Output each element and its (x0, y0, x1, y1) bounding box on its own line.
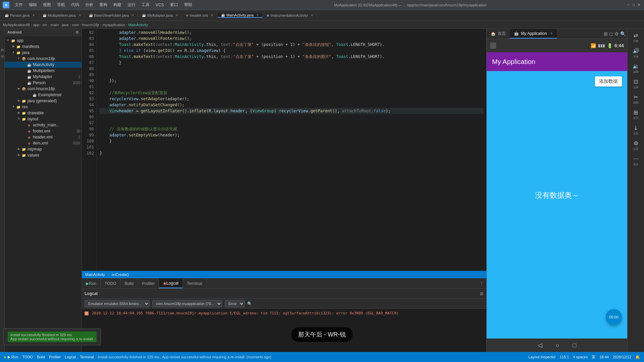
tab-todo[interactable]: TODO (101, 279, 120, 288)
device-selector[interactable]: Emulator emulator-5554 Andro... (85, 300, 150, 307)
tab-close-icon[interactable]: ✕ (175, 13, 178, 17)
folder-icon: 📁 (21, 153, 26, 158)
emulator-action-icon[interactable]: ◻ (609, 31, 613, 37)
tree-action-icon[interactable]: ⚙ (75, 30, 79, 35)
layout-inspector-button[interactable]: Layout Inspector (529, 355, 556, 359)
time-indicator: 18:44 (599, 355, 609, 359)
volume-up-button[interactable]: 🔊 加量 (629, 46, 643, 60)
menu-help[interactable]: 帮助 (181, 1, 195, 8)
phone-screen: My Application 添加数据 没有数据奥～ 00:00 (487, 52, 627, 339)
settings-button[interactable]: ⚙ 设置 (629, 138, 643, 153)
add-data-button[interactable]: 添加数据 (595, 76, 622, 86)
menu-analyze[interactable]: 分析 (83, 1, 96, 8)
todo-button[interactable]: TODO (22, 355, 33, 359)
tab-close-icon[interactable]: ✕ (311, 13, 313, 17)
fab-button[interactable]: 00:00 (606, 309, 622, 325)
search-icon[interactable]: 🔍 (247, 301, 252, 306)
logcat-content: E 2020-12-12 18:44:04.395 7086-7111/com.… (82, 309, 486, 352)
menu-tools[interactable]: 工具 (139, 1, 152, 8)
notification-icon[interactable]: 🔔 (635, 355, 640, 359)
multi-window-button[interactable]: ⊞ 多开 (629, 107, 643, 122)
fullscreen-button[interactable]: ⊡ 全屏 (629, 76, 643, 91)
tree-item-drawable[interactable]: ▶ 📁 drawable (5, 110, 82, 116)
spaces-indicator[interactable]: 4 spaces (573, 355, 588, 359)
tree-item-person[interactable]: ☕ Person 2020 (5, 80, 82, 86)
tree-item-layout[interactable]: ▼ 📁 layout (5, 116, 82, 122)
logcat-button[interactable]: Logcat (65, 355, 76, 359)
volume-down-button[interactable]: 🔉 减量 (629, 61, 643, 76)
menu-code[interactable]: 代码 (68, 1, 82, 8)
switch-button[interactable]: ⇄ 切换 (629, 30, 643, 45)
menu-run[interactable]: 运行 (125, 1, 138, 8)
tab-run[interactable]: ▶ Run (82, 279, 101, 288)
run-status-button[interactable]: ▶ ▶ Run (4, 355, 18, 359)
emulator-search-icon[interactable]: 🔍 (620, 31, 626, 37)
close-button[interactable]: ✕ (637, 3, 641, 7)
emulator-tab-app[interactable]: 🤖 My Application ✕ (510, 29, 557, 39)
code-line (100, 144, 484, 150)
menu-file[interactable]: 文件 (12, 1, 25, 8)
terminal-button[interactable]: Terminal (80, 355, 94, 359)
tree-item-item-xml[interactable]: ◈ item.xml 2020 (5, 140, 82, 146)
menu-edit[interactable]: 编辑 (26, 1, 40, 8)
tree-item-package[interactable]: ▼ 📦 com.hnucm18jr. (5, 56, 82, 62)
install-success-message: Install successfully finished in 329 ms.… (8, 331, 97, 342)
menu-window[interactable]: 窗口 (167, 1, 181, 8)
tab-close-icon[interactable]: ✕ (550, 32, 553, 35)
menu-build[interactable]: 构建 (111, 1, 124, 8)
tab-myadapter-java[interactable]: ☕ MyAdapter.java ✕ (139, 13, 182, 17)
level-selector[interactable]: Error (225, 300, 245, 307)
home-nav-icon[interactable]: ○ (556, 342, 559, 349)
more-button[interactable]: ⋯ 更多 (629, 154, 643, 168)
tab-instrumentation[interactable]: ◈ InstrumentationActivity ✕ (263, 13, 317, 17)
tree-item-multipleitem[interactable]: ☕ MultipleItem (5, 68, 82, 74)
tab-close-icon[interactable]: ✕ (211, 13, 213, 17)
code-text[interactable]: adapter.removeAllHeaderView(); adapter.r… (97, 29, 486, 271)
tree-item-test-package[interactable]: ▶ 📦 com.hnucm18jr. (5, 86, 82, 92)
package-selector[interactable]: com.hnucm18jr.myapplication (70... (152, 300, 222, 307)
tab-mainactivity-java[interactable]: ☕ MainActivity.java ✕ (218, 13, 263, 18)
tree-item-values[interactable]: ▶ 📁 values (5, 152, 82, 158)
more-actions-icon[interactable]: ⋮ (480, 281, 484, 286)
tree-item-footer-xml[interactable]: ◈ footer.xml 20 (5, 128, 82, 134)
tab-logcat[interactable]: ◉ Logcat (159, 279, 183, 288)
tab-close-icon[interactable]: ✕ (256, 13, 259, 17)
tree-item-mainactivity[interactable]: ☕ MainActivity (5, 62, 82, 68)
install-button[interactable]: ⤓ 安装 (629, 123, 643, 137)
recent-nav-icon[interactable]: □ (573, 342, 577, 349)
tree-item-manifests[interactable]: ▶ 📁 manifests (5, 44, 82, 50)
tree-item-java[interactable]: ▼ 📁 java (5, 50, 82, 56)
tab-baseviewholder-java[interactable]: ☕ BaseViewHolder.java ✕ (86, 13, 138, 17)
tree-item-app[interactable]: ▼ 📁 app (5, 38, 82, 44)
tab-terminal[interactable]: Terminal (183, 279, 206, 288)
menu-navigate[interactable]: 导航 (54, 1, 68, 8)
tree-item-java-generated[interactable]: ▶ 📁 java (generated) (5, 98, 82, 104)
profiler-button[interactable]: Profiler (49, 355, 61, 359)
maximize-button[interactable]: □ (631, 3, 636, 7)
emulator-action-icon[interactable]: ⊞ (604, 31, 608, 37)
tree-item-res[interactable]: ▼ 📁 res (5, 104, 82, 110)
tab-close-icon[interactable]: ✕ (131, 13, 134, 17)
screenshot-button[interactable]: ✂ 截图 (629, 92, 643, 107)
tab-close-icon[interactable]: ✕ (78, 13, 81, 17)
menu-refactor[interactable]: 重构 (97, 1, 110, 8)
tree-item-header-xml[interactable]: ◈ header.xml 2 (5, 134, 82, 140)
tab-multipleitem-java[interactable]: ☕ MultipleItem.java ✕ (39, 13, 85, 17)
tab-profiler[interactable]: Profiler (138, 279, 159, 288)
back-nav-icon[interactable]: ◁ (538, 342, 542, 349)
tab-person-java[interactable]: ☕ Person.java ✕ (1, 13, 39, 17)
menu-view[interactable]: 视图 (40, 1, 54, 8)
menu-vcs[interactable]: VCS (153, 2, 167, 8)
tab-header-xml[interactable]: ◈ header.xml ✕ (182, 13, 217, 17)
tree-item-mipmap[interactable]: ▶ 📁 mipmap (5, 146, 82, 152)
tree-item-exampleinstr[interactable]: ☕ ExampleInstr (5, 92, 82, 98)
tab-close-icon[interactable]: ✕ (32, 13, 35, 17)
clear-icon[interactable]: ⊘ (480, 291, 484, 296)
emulator-tab-home[interactable]: 🏠 首页 (487, 29, 510, 39)
build-button[interactable]: Build (37, 355, 45, 359)
tab-build[interactable]: Build (120, 279, 138, 288)
emulator-config-icon[interactable]: ⚙ (614, 31, 619, 37)
minimize-button[interactable]: ─ (626, 3, 631, 7)
tree-item-myadapter[interactable]: ☕ MyAdapter 2 (5, 74, 82, 80)
tree-item-activity-main-xml[interactable]: ◈ activity_main... (5, 122, 82, 128)
